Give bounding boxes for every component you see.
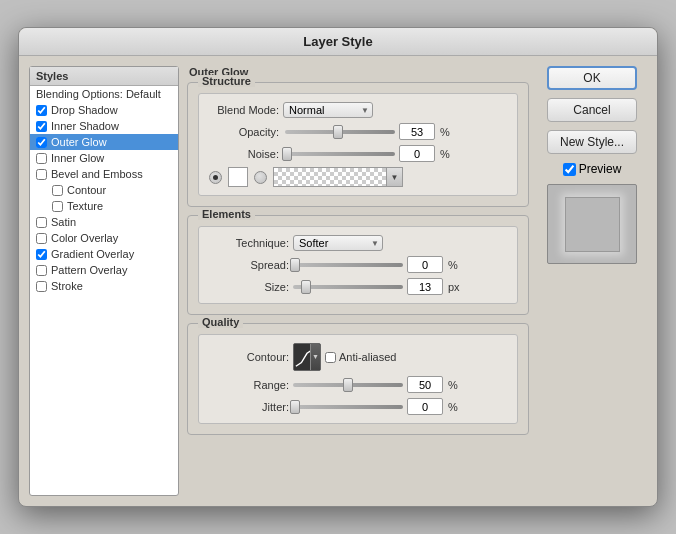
range-thumb[interactable] xyxy=(343,378,353,392)
bevel-emboss-label: Bevel and Emboss xyxy=(51,168,143,180)
sidebar-item-contour[interactable]: Contour xyxy=(30,182,178,198)
cancel-button[interactable]: Cancel xyxy=(547,98,637,122)
elements-inner: Technique: Softer Spread: xyxy=(198,226,518,304)
gradient-arrow-icon[interactable]: ▼ xyxy=(386,168,402,186)
outer-glow-checkbox[interactable] xyxy=(36,137,47,148)
spread-unit: % xyxy=(448,259,458,271)
jitter-input[interactable] xyxy=(407,398,443,415)
size-input[interactable] xyxy=(407,278,443,295)
sidebar-item-pattern-overlay[interactable]: Pattern Overlay xyxy=(30,262,178,278)
sidebar-item-inner-shadow[interactable]: Inner Shadow xyxy=(30,118,178,134)
noise-input[interactable] xyxy=(399,145,435,162)
jitter-thumb[interactable] xyxy=(290,400,300,414)
elements-section: Elements Technique: Softer Spread: xyxy=(187,215,529,315)
opacity-input[interactable] xyxy=(399,123,435,140)
technique-row: Technique: Softer xyxy=(209,235,507,251)
technique-select-wrapper[interactable]: Softer xyxy=(293,235,383,251)
sidebar-item-bevel-emboss[interactable]: Bevel and Emboss xyxy=(30,166,178,182)
noise-slider[interactable] xyxy=(285,152,395,156)
pattern-overlay-label: Pattern Overlay xyxy=(51,264,127,276)
opacity-thumb[interactable] xyxy=(333,125,343,139)
texture-checkbox[interactable] xyxy=(52,201,63,212)
jitter-unit: % xyxy=(448,401,458,413)
dialog-title: Layer Style xyxy=(19,28,657,56)
preview-checkbox[interactable] xyxy=(563,163,576,176)
sidebar-item-color-overlay[interactable]: Color Overlay xyxy=(30,230,178,246)
range-row: Range: % xyxy=(209,376,507,393)
drop-shadow-label: Drop Shadow xyxy=(51,104,118,116)
sidebar-item-drop-shadow[interactable]: Drop Shadow xyxy=(30,102,178,118)
new-style-button[interactable]: New Style... xyxy=(547,130,637,154)
texture-label: Texture xyxy=(67,200,103,212)
bevel-emboss-checkbox[interactable] xyxy=(36,169,47,180)
size-row: Size: px xyxy=(209,278,507,295)
anti-aliased-label[interactable]: Anti-aliased xyxy=(325,351,396,363)
contour-label: Contour xyxy=(67,184,106,196)
contour-arrow-icon[interactable]: ▼ xyxy=(310,343,320,370)
blend-mode-select-wrapper[interactable]: Normal xyxy=(283,102,373,118)
range-label: Range: xyxy=(209,379,289,391)
drop-shadow-checkbox[interactable] xyxy=(36,105,47,116)
stroke-checkbox[interactable] xyxy=(36,281,47,292)
satin-checkbox[interactable] xyxy=(36,217,47,228)
color-swatch[interactable] xyxy=(228,167,248,187)
sidebar-item-blending-options[interactable]: Blending Options: Default xyxy=(30,86,178,102)
preview-row: Preview xyxy=(563,162,622,176)
size-unit: px xyxy=(448,281,460,293)
size-thumb[interactable] xyxy=(301,280,311,294)
jitter-row: Jitter: % xyxy=(209,398,507,415)
spread-input[interactable] xyxy=(407,256,443,273)
quality-title: Quality xyxy=(198,316,243,328)
sidebar-item-stroke[interactable]: Stroke xyxy=(30,278,178,294)
range-input[interactable] xyxy=(407,376,443,393)
noise-label: Noise: xyxy=(209,148,279,160)
structure-title: Structure xyxy=(198,75,255,87)
main-panel: Outer Glow Structure Blend Mode: Normal xyxy=(187,66,529,496)
spread-slider[interactable] xyxy=(293,263,403,267)
quality-section: Quality Contour: ▼ xyxy=(187,323,529,435)
gradient-overlay-checkbox[interactable] xyxy=(36,249,47,260)
color-overlay-label: Color Overlay xyxy=(51,232,118,244)
spread-thumb[interactable] xyxy=(290,258,300,272)
styles-header: Styles xyxy=(30,67,178,86)
noise-thumb[interactable] xyxy=(282,147,292,161)
radio-inner xyxy=(213,175,218,180)
gradient-picker[interactable]: ▼ xyxy=(273,167,403,187)
elements-title: Elements xyxy=(198,208,255,220)
sidebar-item-satin[interactable]: Satin xyxy=(30,214,178,230)
anti-aliased-checkbox[interactable] xyxy=(325,352,336,363)
jitter-slider[interactable] xyxy=(293,405,403,409)
sidebar-item-inner-glow[interactable]: Inner Glow xyxy=(30,150,178,166)
sidebar-item-texture[interactable]: Texture xyxy=(30,198,178,214)
opacity-unit: % xyxy=(440,126,450,138)
ok-button[interactable]: OK xyxy=(547,66,637,90)
technique-select[interactable]: Softer xyxy=(293,235,383,251)
structure-section: Structure Blend Mode: Normal Opacity: xyxy=(187,82,529,207)
satin-label: Satin xyxy=(51,216,76,228)
color-radio-gradient[interactable] xyxy=(254,171,267,184)
opacity-label: Opacity: xyxy=(209,126,279,138)
stroke-label: Stroke xyxy=(51,280,83,292)
inner-glow-checkbox[interactable] xyxy=(36,153,47,164)
inner-shadow-checkbox[interactable] xyxy=(36,121,47,132)
contour-row: Contour: ▼ Anti-aliased xyxy=(209,343,507,371)
blend-mode-row: Blend Mode: Normal xyxy=(209,102,507,118)
sidebar-item-gradient-overlay[interactable]: Gradient Overlay xyxy=(30,246,178,262)
technique-label: Technique: xyxy=(209,237,289,249)
size-slider[interactable] xyxy=(293,285,403,289)
noise-unit: % xyxy=(440,148,450,160)
sidebar-item-outer-glow[interactable]: Outer Glow xyxy=(30,134,178,150)
opacity-slider[interactable] xyxy=(285,130,395,134)
contour-checkbox[interactable] xyxy=(52,185,63,196)
layer-style-dialog: Layer Style Styles Blending Options: Def… xyxy=(18,27,658,507)
color-row: ▼ xyxy=(209,167,507,187)
pattern-overlay-checkbox[interactable] xyxy=(36,265,47,276)
contour-label: Contour: xyxy=(209,351,289,363)
jitter-label: Jitter: xyxy=(209,401,289,413)
styles-panel: Styles Blending Options: Default Drop Sh… xyxy=(29,66,179,496)
range-slider[interactable] xyxy=(293,383,403,387)
blend-mode-select[interactable]: Normal xyxy=(283,102,373,118)
color-overlay-checkbox[interactable] xyxy=(36,233,47,244)
contour-thumbnail[interactable]: ▼ xyxy=(293,343,321,371)
color-radio-fill[interactable] xyxy=(209,171,222,184)
